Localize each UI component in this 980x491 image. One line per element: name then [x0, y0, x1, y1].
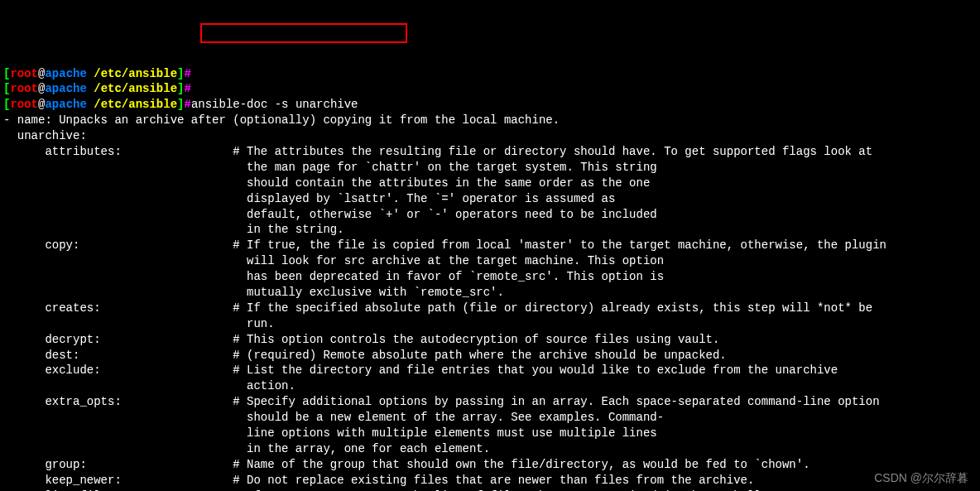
- command-highlight-box: [200, 23, 407, 43]
- param-attributes-cont: should contain the attributes in the sam…: [3, 176, 977, 191]
- doc-name-line: - name: Unpacks an archive after (option…: [3, 113, 560, 127]
- param-extra_opts-cont: in the array, one for each element.: [3, 441, 977, 457]
- param-dest: dest: # (required) Remote absolute path …: [3, 348, 977, 363]
- shell-prompt[interactable]: [root@apache /etc/ansible]#: [3, 66, 977, 82]
- param-decrypt: decrypt: # This option controls the auto…: [3, 332, 977, 348]
- param-attributes-cont: displayed by `lsattr'. The `=' operator …: [3, 191, 977, 207]
- param-attributes: attributes: # The attributes the resulti…: [3, 144, 977, 160]
- param-extra_opts-cont: line options with multiple elements must…: [3, 426, 977, 441]
- doc-module-line: unarchive:: [3, 129, 87, 142]
- watermark: CSDN @尔尔辞暮: [874, 470, 968, 486]
- param-extra_opts: extra_opts: # Specify additional options…: [3, 394, 977, 410]
- param-copy-cont: mutually exclusive with `remote_src'.: [3, 285, 977, 301]
- param-keep_newer: keep_newer: # Do not replace existing fi…: [3, 473, 977, 489]
- terminal-output[interactable]: [root@apache /etc/ansible]#[root@apache …: [3, 66, 977, 491]
- param-extra_opts-cont: should be a new element of the array. Se…: [3, 410, 977, 426]
- param-list_files: list_files: # If set to True, return the…: [3, 489, 977, 491]
- param-exclude-cont: action.: [3, 378, 977, 394]
- param-creates-cont: run.: [3, 316, 977, 332]
- param-attributes-cont: the man page for `chattr' on the target …: [3, 160, 977, 176]
- param-attributes-cont: default, otherwise `+' or `-' operators …: [3, 207, 977, 223]
- shell-prompt[interactable]: [root@apache /etc/ansible]#: [3, 81, 977, 97]
- param-group: group: # Name of the group that should o…: [3, 457, 977, 473]
- shell-prompt[interactable]: [root@apache /etc/ansible]#ansible-doc -…: [3, 97, 977, 113]
- param-copy-cont: has been deprecated in favor of `remote_…: [3, 269, 977, 285]
- param-creates: creates: # If the specified absolute pat…: [3, 301, 977, 316]
- param-copy: copy: # If true, the file is copied from…: [3, 238, 977, 253]
- param-attributes-cont: in the string.: [3, 222, 977, 238]
- param-exclude: exclude: # List the directory and file e…: [3, 363, 977, 378]
- param-copy-cont: will look for src archive at the target …: [3, 253, 977, 269]
